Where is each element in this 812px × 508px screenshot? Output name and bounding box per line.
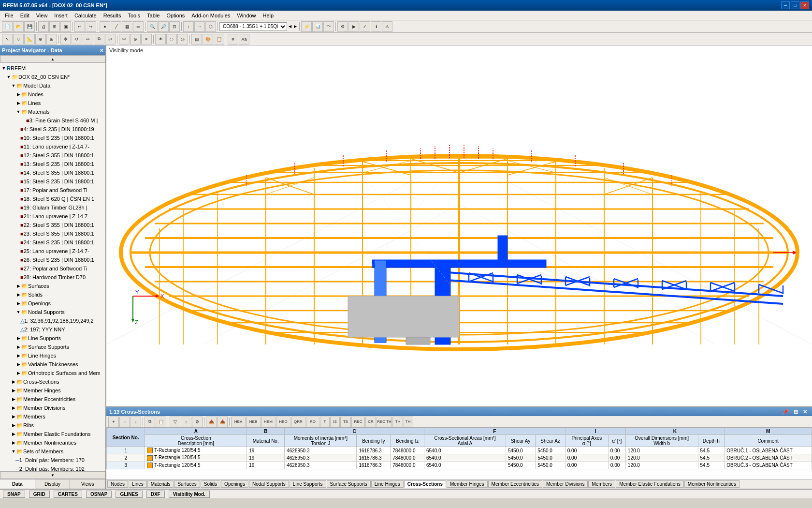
tree-item-nodalsupports[interactable]: ▼ 📂 Nodal Supports	[0, 308, 105, 316]
combo-prev[interactable]: ◀	[288, 24, 292, 29]
bt-sort[interactable]: ↕	[181, 417, 191, 427]
tree-item-mat12[interactable]: ■ 12: Steel S 355 | DIN 18800:1	[0, 151, 105, 160]
status-cartes[interactable]: CARTES	[54, 491, 82, 498]
tb-open[interactable]: 📂	[13, 21, 24, 32]
tb-3d[interactable]: ⬡	[205, 21, 216, 32]
bottom-tab-openings[interactable]: Openings	[221, 480, 248, 488]
expand-membereccentricities[interactable]: ▶	[11, 395, 16, 403]
status-snap[interactable]: SNAP	[3, 491, 25, 498]
tree-item-mat25[interactable]: ■ 25: Lano upravene | Z-14.7-	[0, 247, 105, 255]
table-row[interactable]: 2 T-Rectangle 120/54.5 19 4628950.3 1618…	[107, 454, 812, 462]
tb2-copy[interactable]: ⧉	[94, 34, 104, 45]
tb-btn-2[interactable]: ⊞	[49, 21, 60, 32]
tree-item-mat19[interactable]: ■ 19: Glulam Timber GL28h |	[0, 203, 105, 212]
tb2-props[interactable]: 📋	[214, 34, 224, 45]
expand-memberelastic[interactable]: ▶	[11, 430, 16, 438]
expand-memberhinges[interactable]: ▶	[11, 387, 16, 394]
expand-project[interactable]: ▼	[6, 73, 12, 81]
tb-settings[interactable]: ⚙	[337, 21, 348, 32]
tree-item-ortho[interactable]: ▶ 📂 Orthotropic Surfaces and Mem	[0, 369, 105, 377]
status-dxf[interactable]: DXF	[146, 491, 165, 498]
bt-import[interactable]: 📥	[217, 417, 228, 427]
menu-tools[interactable]: Tools	[125, 12, 143, 19]
nav-tab-display[interactable]: Display	[35, 479, 71, 489]
menu-view[interactable]: View	[33, 12, 51, 19]
tb-info[interactable]: ℹ	[371, 21, 381, 32]
bt-copy[interactable]: ⧉	[145, 417, 155, 427]
tb-calc[interactable]: ⚡	[301, 21, 312, 32]
status-glines[interactable]: GLINES	[116, 491, 142, 498]
bottom-tab-member-divisions[interactable]: Member Divisions	[543, 480, 588, 488]
tree-item-set1[interactable]: ─ 1: Dolní pás: Members: 170	[0, 456, 105, 464]
tb-new[interactable]: 📄	[2, 21, 13, 32]
viewport-3d[interactable]: Visibility mode	[106, 45, 812, 406]
tree-item-mat22[interactable]: ■ 22: Steel S 355 | DIN 18800:1	[0, 221, 105, 229]
bottom-tab-member-hinges[interactable]: Member Hinges	[447, 480, 488, 488]
tb2-colors[interactable]: 🎨	[203, 34, 213, 45]
bt-settings[interactable]: ⚙	[192, 417, 203, 427]
bt-ts[interactable]: TS	[340, 417, 351, 427]
tree-item-mat23[interactable]: ■ 23: Steel S 355 | DIN 18800:1	[0, 229, 105, 238]
tb2-grid[interactable]: ⊞	[46, 34, 57, 45]
tree-item-openings[interactable]: ▶ 📂 Openings	[0, 299, 105, 308]
tree-item-mat3[interactable]: ■ 3: Fine Grain Steel S 460 M |	[0, 116, 105, 125]
tree-item-solids[interactable]: ▶ 📂 Solids	[0, 290, 105, 299]
tree-item-setsofmembers[interactable]: ▼ 📂 Sets of Members	[0, 447, 105, 456]
menu-calculate[interactable]: Calculate	[72, 12, 100, 19]
expand-linehinges[interactable]: ▶	[15, 352, 21, 359]
bottom-tab-cross-sections[interactable]: Cross-Sections	[404, 480, 446, 488]
expand-memberdivisions[interactable]: ▶	[11, 404, 16, 412]
expand-crosssections[interactable]: ▶	[11, 378, 16, 386]
tb2-measure[interactable]: 📐	[24, 34, 35, 45]
expand-modeldata[interactable]: ▼	[11, 82, 16, 90]
bottom-tab-nodal-supports[interactable]: Nodal Supports	[249, 480, 289, 488]
tb-check[interactable]: ✓	[360, 21, 370, 32]
tb-results[interactable]: 📊	[312, 21, 323, 32]
expand-members[interactable]: ▶	[11, 413, 16, 420]
tb-zoom-out[interactable]: 🔎	[158, 21, 169, 32]
bt-insert-row[interactable]: ↓	[130, 417, 141, 427]
bt-heo[interactable]: HEO	[276, 417, 290, 427]
bt-qrr[interactable]: QRR	[291, 417, 305, 427]
bt-recth[interactable]: REC TH	[377, 417, 392, 427]
panel-float-icon[interactable]: ⊞	[792, 409, 800, 415]
bt-thi[interactable]: THI	[404, 417, 413, 427]
tree-item-mat4[interactable]: ■ 4: Steel S 235 | DIN 18800:19	[0, 125, 105, 134]
tb-render[interactable]: ▶	[348, 21, 359, 32]
bt-hea[interactable]: HEA	[231, 417, 246, 427]
expand-membernonlin[interactable]: ▶	[11, 439, 16, 447]
tree-item-ribs[interactable]: ▶ 📂 Ribs	[0, 421, 105, 430]
expand-materials[interactable]: ▼	[15, 108, 21, 116]
tree-item-mat28[interactable]: ■ 28: Hardwood Timber D70	[0, 273, 105, 282]
tb-rotate-y[interactable]: ↔	[194, 21, 205, 32]
tb2-scale[interactable]: ⇔	[83, 34, 93, 45]
menu-file[interactable]: File	[2, 12, 16, 19]
tree-item-varthick[interactable]: ▶ 📂 Variable Thicknesses	[0, 360, 105, 369]
tb-btn-3[interactable]: ▣	[60, 21, 71, 32]
tb2-hide[interactable]: ◌	[166, 34, 177, 45]
bt-new-row[interactable]: +	[108, 417, 119, 427]
tree-item-materials[interactable]: ▼ 📂 Materials	[0, 107, 105, 116]
bottom-tab-line-supports[interactable]: Line Supports	[290, 480, 326, 488]
expand-rfem[interactable]: ▼	[1, 64, 7, 72]
bt-t[interactable]: T	[320, 417, 330, 427]
menu-insert[interactable]: Insert	[51, 12, 71, 19]
tree-item-nodes[interactable]: ▶ 📂 Nodes	[0, 90, 105, 99]
menu-edit[interactable]: Edit	[17, 12, 32, 19]
tb-surface[interactable]: ▦	[122, 21, 132, 32]
tree-item-ns2[interactable]: △ 2: 197; YYY NNY	[0, 325, 105, 334]
tb2-move[interactable]: ✥	[60, 34, 71, 45]
tb-save[interactable]: 💾	[24, 21, 35, 32]
menu-window[interactable]: Window	[234, 12, 259, 19]
expand-solids[interactable]: ▶	[15, 291, 21, 299]
bt-paste[interactable]: 📋	[156, 417, 166, 427]
bottom-panel-controls[interactable]: 📌 ⊞ ✕	[780, 409, 809, 415]
tree-item-mat18[interactable]: ■ 18: Steel S 620 Q | ČSN EN 1	[0, 194, 105, 203]
table-row[interactable]: 1 T-Rectangle 120/54.5 19 4628950.3 1618…	[107, 447, 812, 454]
tb2-snap[interactable]: ⊕	[35, 34, 46, 45]
tree-item-linesupports[interactable]: ▶ 📂 Line Supports	[0, 334, 105, 343]
bt-heb[interactable]: HEB	[246, 417, 261, 427]
tb-zoom-in[interactable]: 🔍	[147, 21, 158, 32]
expand-lines[interactable]: ▶	[15, 99, 21, 107]
tree-item-modeldata[interactable]: ▼ 📂 Model Data	[0, 81, 105, 90]
